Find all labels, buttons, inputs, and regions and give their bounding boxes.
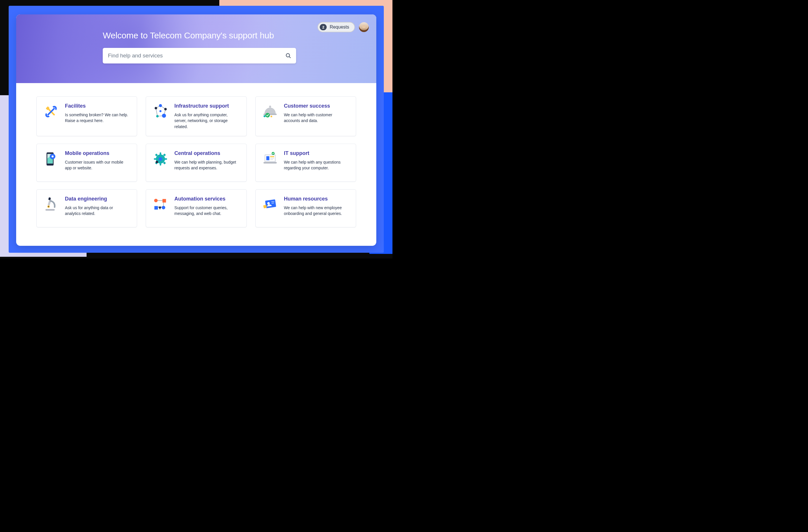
microscope-icon [42,196,60,213]
laptop-icon [261,150,279,168]
network-icon [152,103,169,120]
id-card-icon [261,196,279,213]
svg-rect-24 [154,158,157,160]
svg-rect-48 [154,206,158,209]
card-customer-success[interactable]: Customer success We can help with custom… [255,96,356,136]
requests-count-badge: 2 [320,24,327,30]
card-hr[interactable]: Human resources We can help with new emp… [255,189,356,227]
search-input[interactable] [103,48,296,63]
card-desc: We can help with new employee onboarding… [284,205,347,217]
card-title: Data engineering [65,196,128,202]
svg-point-12 [269,106,271,108]
svg-point-10 [160,110,162,112]
flow-icon [152,196,169,213]
card-mobile-ops[interactable]: Mobile operations Customer issues with o… [36,144,137,182]
category-grid: Facilites Is something broken? We can he… [16,83,376,239]
svg-rect-38 [270,159,273,160]
card-title: Mobile operations [65,150,128,157]
svg-rect-34 [263,162,277,163]
card-facilities[interactable]: Facilites Is something broken? We can he… [36,96,137,136]
card-it-support[interactable]: IT support We can help with any question… [255,144,356,182]
card-title: Infrastructure support [174,103,238,109]
card-title: Customer success [284,103,347,109]
svg-point-14 [263,115,265,117]
card-central-ops[interactable]: Central operations We can help with plan… [146,144,246,182]
svg-point-30 [159,157,162,161]
phone-map-icon [42,150,60,168]
card-desc: Ask us for anything data or analytics re… [65,205,128,217]
card-infrastructure[interactable]: Infrastructure support Ask us for anythi… [146,96,246,136]
hero-banner: 2 Requests Welcome to Telecom Company's … [16,14,376,83]
svg-rect-25 [164,158,167,160]
card-title: Central operations [174,150,238,157]
svg-marker-49 [159,206,162,210]
svg-rect-46 [163,199,166,203]
stage: 2 Requests Welcome to Telecom Company's … [0,0,392,258]
svg-rect-50 [265,199,276,208]
card-title: IT support [284,150,347,157]
card-desc: We can help with customer accounts and d… [284,112,347,124]
card-data-eng[interactable]: Data engineering Ask us for anything dat… [36,189,137,227]
card-title: Human resources [284,196,347,202]
svg-rect-36 [270,156,274,157]
svg-rect-23 [160,163,161,166]
avatar[interactable] [359,22,369,32]
gear-icon [152,150,169,168]
card-desc: We can help with any questions regarding… [284,159,347,171]
svg-point-47 [162,206,165,209]
svg-point-9 [156,115,159,117]
svg-point-8 [162,114,166,118]
app-window: 2 Requests Welcome to Telecom Company's … [16,14,376,246]
header-actions: 2 Requests [317,22,369,32]
card-desc: Customer issues with our mobile app or w… [65,159,128,171]
svg-line-1 [289,57,290,58]
card-title: Facilites [65,103,128,109]
card-desc: Support for customer queries, messaging,… [174,205,238,217]
card-title: Automation services [174,196,238,202]
svg-point-5 [155,107,157,109]
search-icon[interactable] [285,53,291,59]
cloche-icon [261,103,279,120]
requests-button[interactable]: 2 Requests [317,22,355,32]
requests-label: Requests [330,24,349,30]
card-desc: We can help with planning, budget reques… [174,159,238,171]
svg-rect-15 [270,115,272,117]
card-desc: Ask us for anything computer, server, ne… [174,112,238,130]
card-desc: Is something broken? We can help. Raise … [65,112,128,124]
svg-rect-37 [270,158,274,159]
svg-point-44 [48,206,49,207]
svg-rect-22 [160,152,161,155]
svg-rect-40 [45,209,55,210]
svg-point-6 [159,104,162,107]
card-automation[interactable]: Automation services Support for customer… [146,189,246,227]
svg-point-45 [154,199,158,202]
tools-icon [42,103,60,120]
search-wrap [103,48,296,63]
svg-point-31 [156,161,159,163]
svg-rect-35 [267,156,270,160]
svg-point-7 [164,108,167,110]
svg-point-20 [52,155,54,158]
